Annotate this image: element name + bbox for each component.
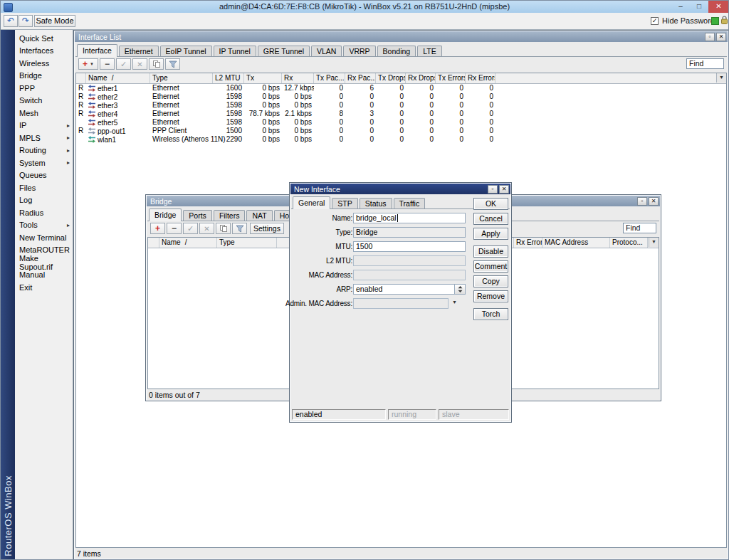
column-header-rx[interactable]: Rx [282, 73, 314, 83]
toolbar-remove-button[interactable]: − [100, 58, 115, 70]
column-header-blank[interactable] [148, 238, 159, 248]
sidebar-item-new-terminal[interactable]: New Terminal [15, 231, 73, 244]
torch-button[interactable]: Torch [473, 308, 508, 320]
column-selector-icon[interactable]: ▼ [649, 238, 659, 247]
sidebar-item-bridge[interactable]: Bridge [15, 70, 73, 83]
toolbar-add-dropdown-button[interactable]: +▼ [78, 58, 98, 70]
copy-button[interactable]: Copy [473, 275, 508, 287]
close-icon[interactable]: ✕ [716, 33, 726, 41]
dialog-titlebar[interactable]: New Interface ▫ ✕ [290, 184, 510, 194]
interface-row-wlan1[interactable]: wlan1Wireless (Atheros 11N)22900 bps0 bp… [76, 135, 726, 144]
find-box[interactable]: Find [686, 58, 724, 69]
dialog-tab-status[interactable]: Status [360, 198, 392, 208]
redo-button[interactable]: ↷ [19, 15, 33, 27]
sidebar-item-log[interactable]: Log [15, 194, 73, 207]
sidebar-item-radius[interactable]: Radius [15, 206, 73, 219]
column-header-protoco[interactable]: Protoco... [610, 238, 648, 248]
interface-list-tab-ethernet[interactable]: Ethernet [119, 46, 159, 56]
toolbar-remove-button[interactable]: − [167, 223, 182, 234]
comment-button[interactable]: Comment [473, 260, 508, 273]
column-header-name[interactable]: Name/ [86, 73, 150, 83]
sidebar-item-wireless[interactable]: Wireless [15, 57, 73, 70]
sidebar-item-system[interactable]: System▸ [15, 157, 73, 169]
dialog-tab-traffic[interactable]: Traffic [394, 198, 426, 208]
sidebar-item-routing[interactable]: Routing▸ [15, 144, 73, 157]
sidebar-item-quick-set[interactable]: Quick Set [15, 32, 73, 45]
close-icon[interactable]: ✕ [649, 197, 659, 206]
dropdown-arrow-icon[interactable]: ▼ [452, 300, 457, 305]
interface-list-tab-bonding[interactable]: Bonding [377, 46, 416, 56]
toolbar-add-button[interactable]: + [150, 223, 165, 234]
interface-list-tab-interface[interactable]: Interface [77, 44, 117, 57]
sidebar-item-switch[interactable]: Switch [15, 95, 73, 107]
interface-row-ether3[interactable]: Rether3Ethernet15980 bps0 bps000000 [76, 101, 726, 110]
settings-button[interactable]: Settings [250, 223, 284, 234]
ok-button[interactable]: OK [473, 198, 508, 210]
sidebar-item-mpls[interactable]: MPLS▸ [15, 132, 73, 144]
toolbar-copy-button[interactable] [149, 58, 164, 70]
column-header-blank[interactable] [76, 73, 86, 83]
toolbar-filter-button[interactable] [232, 223, 247, 234]
column-header-type[interactable]: Type [150, 73, 213, 83]
column-header-name[interactable]: Name/ [159, 238, 217, 248]
bridge-tab-nat[interactable]: NAT [246, 210, 272, 221]
restore-icon[interactable]: ▫ [637, 197, 647, 206]
bridge-tab-filters[interactable]: Filters [214, 210, 246, 221]
column-header-rx-errors[interactable]: Rx Errors [466, 73, 495, 83]
interface-list-tab-ip-tunnel[interactable]: IP Tunnel [214, 46, 256, 56]
dialog-tab-stp[interactable]: STP [332, 198, 357, 208]
column-header-tx-pac[interactable]: Tx Pac... [314, 73, 345, 83]
column-header-l2-mtu[interactable]: L2 MTU [213, 73, 244, 83]
column-header-rx-drops[interactable]: Rx Drops [406, 73, 436, 83]
remove-button[interactable]: Remove [473, 290, 508, 302]
column-header-rx-errors[interactable]: Rx Errors [514, 238, 542, 248]
close-button[interactable]: ✕ [708, 1, 729, 13]
column-header-tx-drops[interactable]: Tx Drops [376, 73, 406, 83]
interface-list-tab-lte[interactable]: LTE [417, 46, 441, 56]
disable-button[interactable]: Disable [473, 245, 508, 258]
interface-row-ether2[interactable]: Rether2Ethernet15980 bps0 bps000000 [76, 93, 726, 101]
toolbar-disable-button[interactable]: ✕ [132, 58, 147, 70]
apply-button[interactable]: Apply [473, 228, 508, 240]
interface-list-tab-vrrp[interactable]: VRRP [343, 46, 375, 56]
updown-arrows-icon[interactable] [454, 285, 465, 294]
safe-mode-button[interactable]: Safe Mode [34, 15, 75, 27]
bridge-tab-bridge[interactable]: Bridge [149, 208, 182, 221]
column-selector-icon[interactable]: ▼ [716, 73, 726, 83]
sidebar-item-files[interactable]: Files [15, 181, 73, 194]
column-header-tx-errors[interactable]: Tx Errors [436, 73, 466, 83]
interface-row-ether5[interactable]: ether5Ethernet15980 bps0 bps000000 [76, 118, 726, 127]
field-input-name[interactable]: bridge_local [353, 213, 466, 223]
sidebar-item-tools[interactable]: Tools▸ [15, 219, 73, 232]
interface-list-tab-eoip-tunnel[interactable]: EoIP Tunnel [160, 46, 212, 56]
toolbar-copy-button[interactable] [216, 223, 231, 234]
sidebar-item-exit[interactable]: Exit [15, 281, 73, 294]
sidebar-item-ppp[interactable]: PPP [15, 82, 73, 95]
find-box[interactable]: Find [623, 223, 656, 233]
cancel-button[interactable]: Cancel [473, 213, 508, 225]
column-header-mac-address[interactable]: MAC Address [542, 238, 610, 248]
bridge-tab-ports[interactable]: Ports [183, 210, 212, 221]
interface-row-ppp-out1[interactable]: Rppp-out1PPP Client15000 bps0 bps000000 [76, 127, 726, 135]
interface-list-titlebar[interactable]: Interface List ▫ ✕ [75, 31, 728, 42]
interface-row-ether4[interactable]: Rether4Ethernet159878.7 kbps2.1 kbps8300… [76, 110, 726, 118]
minimize-button[interactable]: – [671, 1, 690, 13]
field-dropdown-arp[interactable]: enabled [353, 284, 466, 295]
hide-passwords-checkbox[interactable]: ✓ [651, 17, 659, 25]
interface-row-ether1[interactable]: Rether1Ethernet16000 bps12.7 kbps060000 [76, 84, 726, 93]
sidebar-item-interfaces[interactable]: Interfaces [15, 45, 73, 58]
interface-list-tab-gre-tunnel[interactable]: GRE Tunnel [258, 46, 310, 56]
toolbar-filter-button[interactable] [165, 58, 180, 70]
interface-list-tab-vlan[interactable]: VLAN [311, 46, 342, 56]
maximize-button[interactable]: □ [690, 1, 708, 13]
restore-icon[interactable]: ▫ [488, 185, 498, 194]
dialog-tab-general[interactable]: General [293, 196, 330, 209]
toolbar-disable-button[interactable]: ✕ [199, 223, 214, 234]
sidebar-item-queues[interactable]: Queues [15, 169, 73, 182]
sidebar-item-ip[interactable]: IP▸ [15, 120, 73, 132]
toolbar-enable-button[interactable]: ✓ [183, 223, 198, 234]
undo-button[interactable]: ↶ [4, 15, 18, 27]
sidebar-item-mesh[interactable]: Mesh [15, 107, 73, 120]
field-input-mtu[interactable]: 1500 [353, 241, 466, 252]
column-header-tx[interactable]: Tx [244, 73, 282, 83]
